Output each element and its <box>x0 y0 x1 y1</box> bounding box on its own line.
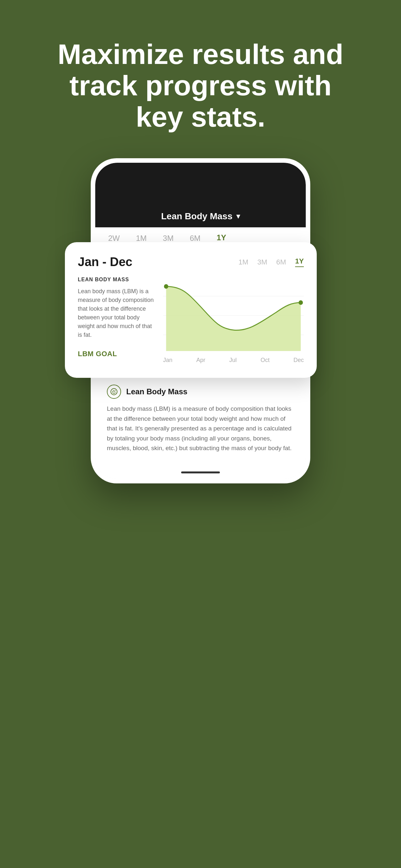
info-card-title: Lean Body Mass <box>126 387 187 396</box>
card-right-column: Jan Apr Jul Oct Dec <box>163 277 304 364</box>
chart-dot-end <box>299 300 303 305</box>
card-description: Lean body mass (LBM) is a measure of bod… <box>78 287 155 339</box>
card-body: LEAN BODY MASS Lean body mass (LBM) is a… <box>78 277 304 364</box>
card-date-range: Jan - Dec <box>78 255 132 269</box>
card-tab-1m[interactable]: 1M <box>238 258 248 267</box>
phone-title-bar: Lean Body Mass ▾ <box>161 211 240 221</box>
chart-area <box>163 277 304 354</box>
phone-notch <box>165 163 236 181</box>
card-tabs: 1M 3M 6M 1Y <box>238 257 304 267</box>
card-goal-label: LBM GOAL <box>78 350 155 358</box>
home-indicator <box>181 471 220 473</box>
card-tab-6m[interactable]: 6M <box>276 258 286 267</box>
phone-bottom-bar <box>95 466 306 479</box>
phone-screen-title: Lean Body Mass <box>161 211 233 221</box>
svg-point-0 <box>111 389 117 395</box>
info-card-body: Lean body mass (LBM) is a measure of bod… <box>107 404 294 453</box>
x-label-jul: Jul <box>229 357 237 364</box>
phone-info-card: Lean Body Mass Lean body mass (LBM) is a… <box>95 374 306 466</box>
x-label-dec: Dec <box>294 357 304 364</box>
lbm-icon <box>107 384 121 399</box>
chart-svg <box>163 277 304 354</box>
info-card-header: Lean Body Mass <box>107 384 294 399</box>
card-tab-1y[interactable]: 1Y <box>295 257 304 267</box>
x-label-oct: Oct <box>260 357 270 364</box>
card-metric-label: LEAN BODY MASS <box>78 277 155 283</box>
card-tab-3m[interactable]: 3M <box>257 258 267 267</box>
chart-dot-start <box>164 284 168 289</box>
card-header-row: Jan - Dec 1M 3M 6M 1Y <box>78 255 304 269</box>
x-label-jan: Jan <box>163 357 173 364</box>
hero-title: Maximize results and track progress with… <box>23 0 378 152</box>
floating-card: Jan - Dec 1M 3M 6M 1Y LEAN BODY MASS Lea… <box>65 242 317 378</box>
x-label-apr: Apr <box>196 357 205 364</box>
chevron-down-icon[interactable]: ▾ <box>236 212 240 221</box>
chart-x-labels: Jan Apr Jul Oct Dec <box>163 354 304 364</box>
phone-mockup: Lean Body Mass ▾ 2W 1M 3M 6M 1Y <box>91 158 310 484</box>
phone-header: Lean Body Mass ▾ <box>95 163 306 227</box>
card-left-column: LEAN BODY MASS Lean body mass (LBM) is a… <box>78 277 155 364</box>
